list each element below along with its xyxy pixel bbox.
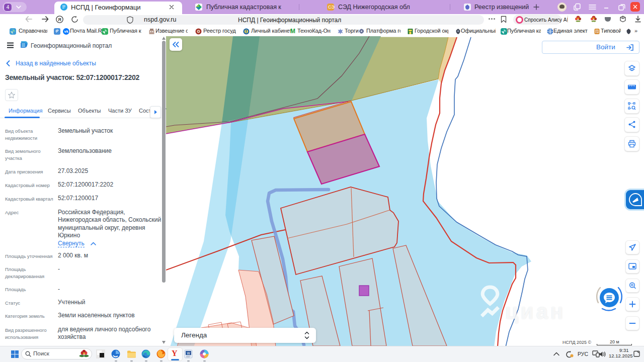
svg-text:W: W: [187, 351, 190, 355]
svg-text:Я: Я: [58, 17, 61, 22]
